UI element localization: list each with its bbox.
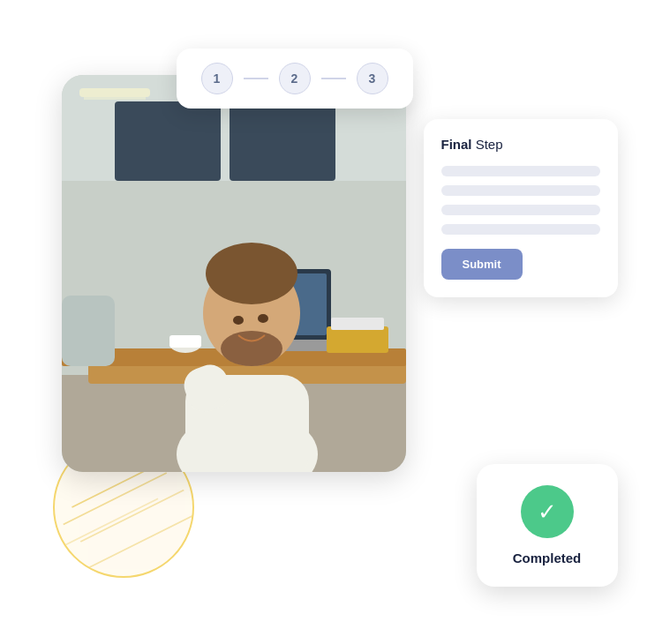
svg-line-4 [89,516,192,568]
photo-card [62,75,406,472]
svg-rect-18 [331,318,384,330]
completed-label: Completed [513,550,582,565]
step-3[interactable]: 3 [357,63,388,94]
svg-line-3 [55,498,158,550]
svg-point-26 [233,316,244,325]
svg-point-25 [221,331,282,366]
step-1[interactable]: 1 [201,63,233,94]
form-card: Final Step Submit [424,119,618,297]
check-circle: ✓ [521,485,574,538]
office-scene [62,75,406,472]
form-field-4[interactable] [441,224,600,235]
svg-rect-10 [84,97,146,100]
svg-rect-8 [230,101,335,181]
check-icon: ✓ [538,500,557,523]
form-title: Final Step [441,137,600,152]
svg-rect-29 [62,296,115,366]
svg-point-24 [206,243,297,304]
step-card: 1 2 3 [177,49,413,109]
form-field-3[interactable] [441,205,600,215]
svg-rect-17 [327,326,388,353]
step-2[interactable]: 2 [279,63,311,94]
form-field-2[interactable] [441,185,600,196]
svg-line-2 [80,490,184,543]
submit-button[interactable]: Submit [441,249,523,280]
svg-line-1 [63,473,166,525]
main-scene: 1 2 3 Final Step Submit ✓ Completed [35,31,636,613]
svg-rect-20 [169,335,201,348]
step-connector-1 [244,78,268,79]
step-connector-2 [321,78,346,79]
svg-rect-7 [115,101,221,181]
completed-card: ✓ Completed [477,464,618,587]
svg-point-27 [258,314,268,323]
form-field-1[interactable] [441,166,600,176]
svg-rect-9 [79,88,150,97]
